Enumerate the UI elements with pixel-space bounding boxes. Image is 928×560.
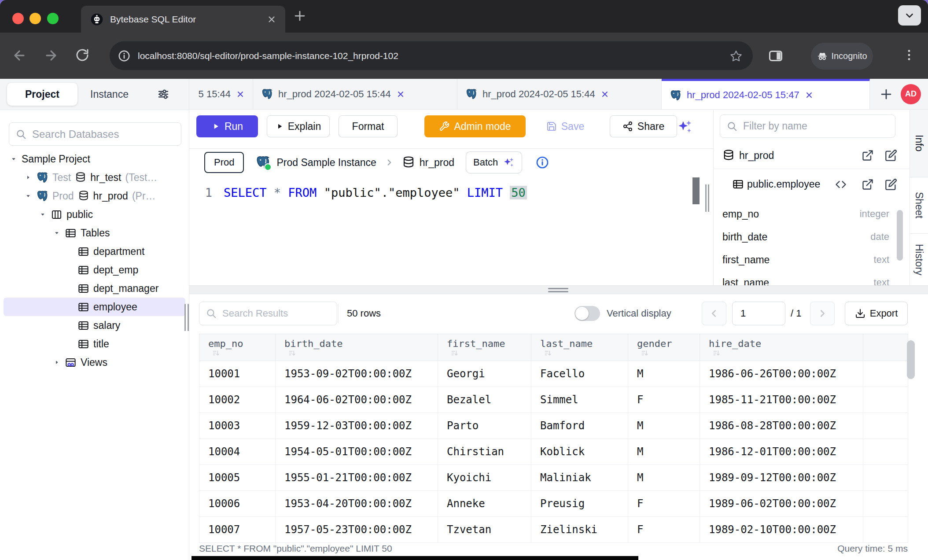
table-cell[interactable]: Bamford (531, 413, 628, 439)
table-cell[interactable]: F (628, 517, 700, 543)
table-row[interactable]: public.employee (714, 170, 910, 198)
edit-icon[interactable] (885, 178, 897, 191)
reload-icon[interactable] (75, 48, 89, 62)
filter-settings-icon[interactable] (157, 88, 170, 101)
table-cell[interactable]: 1989-06-02T00:00:00Z (700, 491, 863, 517)
close-icon[interactable] (600, 90, 609, 99)
page-number-input[interactable] (732, 302, 785, 325)
filter-by-name-input[interactable] (742, 120, 889, 133)
sort-icon[interactable] (450, 349, 459, 357)
chevron-down-icon[interactable] (10, 155, 18, 163)
table-cell[interactable]: 10001 (199, 361, 276, 387)
table-cell[interactable]: Simmel (531, 387, 628, 413)
table-cell[interactable]: M (628, 413, 700, 439)
tab-search-button[interactable] (898, 5, 921, 26)
sort-icon[interactable] (712, 349, 721, 357)
column-header-first_name[interactable]: first_name (438, 334, 531, 361)
instance-name[interactable]: Prod Sample Instance (276, 157, 376, 169)
tree-item-salary[interactable]: salary (0, 316, 189, 335)
side-tab-sheet[interactable]: Sheet (910, 177, 928, 234)
traffic-light-zoom[interactable] (47, 13, 59, 24)
editor-tab-3[interactable]: hr_prod 2024-02-05 15:44 (457, 79, 662, 109)
tab-project[interactable]: Project (7, 83, 77, 106)
database-row[interactable]: hr_prod (714, 142, 910, 169)
table-row[interactable]: 100061953-04-20T00:00:00ZAnnekePreusigF1… (199, 491, 908, 517)
chevron-down-icon[interactable] (53, 229, 61, 237)
editor-tab-2[interactable]: hr_prod 2024-02-05 15:44 (253, 79, 457, 109)
splitter-grip[interactable] (548, 288, 568, 294)
table-cell[interactable]: Preusig (531, 491, 628, 517)
browser-menu-icon[interactable] (902, 48, 916, 62)
edit-icon[interactable] (885, 149, 897, 162)
table-cell[interactable]: 10002 (199, 387, 276, 413)
table-cell[interactable]: 1954-05-01T00:00:00Z (276, 439, 438, 465)
close-icon[interactable] (805, 91, 814, 99)
site-info-icon[interactable] (118, 49, 131, 63)
chevron-down-icon[interactable] (39, 210, 47, 218)
table-row[interactable]: 100051955-01-21T00:00:00ZKyoichiMaliniak… (199, 465, 908, 491)
address-bar[interactable]: localhost:8080/sql-editor/prod-sample-in… (110, 41, 753, 70)
table-cell[interactable]: 1955-01-21T00:00:00Z (276, 465, 438, 491)
tree-item-sample-project[interactable]: Sample Project (0, 150, 189, 168)
tree-item-hr-prod[interactable]: Prod hr_prod (Pr… (0, 187, 189, 205)
code-icon[interactable] (835, 178, 847, 191)
tree-item-tables-group[interactable]: Tables (0, 224, 189, 242)
save-button[interactable]: Save (536, 115, 595, 137)
editor-scrollbar[interactable] (692, 177, 700, 204)
table-cell[interactable]: Chirstian (438, 439, 531, 465)
schema-column-row[interactable]: emp_nointeger (714, 203, 910, 225)
table-cell[interactable]: Parto (438, 413, 531, 439)
editor-tab-4-active[interactable]: hr_prod 2024-02-05 15:47 (662, 79, 870, 109)
filter-box[interactable] (720, 114, 895, 138)
table-cell[interactable]: F (628, 387, 700, 413)
table-row[interactable]: 100071957-05-23T00:00:00ZTzvetanZielinsk… (199, 517, 908, 543)
back-icon[interactable] (12, 48, 27, 63)
ai-sparkle-icon[interactable] (676, 118, 693, 135)
sidebar-resize-handle[interactable] (184, 304, 189, 331)
tree-item-department[interactable]: department (0, 242, 189, 261)
avatar[interactable]: AD (901, 84, 921, 104)
browser-tab[interactable]: Bytebase SQL Editor (81, 6, 285, 33)
add-tab-icon[interactable] (880, 88, 893, 101)
close-icon[interactable] (267, 15, 276, 24)
next-page-button[interactable] (810, 302, 835, 325)
table-cell[interactable]: 10003 (199, 413, 276, 439)
chevron-right-icon[interactable] (24, 173, 32, 181)
chevron-down-icon[interactable] (24, 192, 32, 200)
column-header-gender[interactable]: gender (628, 334, 700, 361)
explain-button[interactable]: Explain (267, 115, 330, 137)
search-databases-input[interactable] (31, 128, 175, 141)
table-cell[interactable]: Facello (531, 361, 628, 387)
tree-item-hr-test[interactable]: Test hr_test (Test… (0, 168, 189, 187)
table-cell[interactable]: Tzvetan (438, 517, 531, 543)
new-tab-icon[interactable] (293, 9, 306, 22)
column-header-hire_date[interactable]: hire_date (700, 334, 863, 361)
sort-icon[interactable] (544, 349, 552, 357)
editor-tab-1[interactable]: 5 15:44 (189, 79, 253, 109)
table-cell[interactable]: 1989-02-10T00:00:00Z (700, 517, 863, 543)
table-cell[interactable]: M (628, 465, 700, 491)
table-row[interactable]: 100031959-12-03T00:00:00ZPartoBamfordM19… (199, 413, 908, 439)
table-cell[interactable]: 1986-12-01T00:00:00Z (700, 439, 863, 465)
side-tab-info[interactable]: Info (910, 110, 928, 177)
traffic-light-minimize[interactable] (29, 13, 41, 24)
table-cell[interactable]: 10004 (199, 439, 276, 465)
results-splitter[interactable] (189, 285, 928, 294)
url-text[interactable]: localhost:8080/sql-editor/prod-sample-in… (138, 51, 730, 61)
table-cell[interactable]: Anneke (438, 491, 531, 517)
schema-column-row[interactable]: first_nametext (714, 248, 910, 271)
schema-panel-scrollbar[interactable] (897, 210, 903, 261)
admin-mode-button[interactable]: Admin mode (424, 115, 526, 137)
tree-item-views-group[interactable]: Views (0, 353, 189, 372)
table-cell[interactable]: 1964-06-02T00:00:00Z (276, 387, 438, 413)
column-header-birth_date[interactable]: birth_date (276, 334, 438, 361)
search-results-box[interactable] (199, 302, 337, 325)
panel-resize-handle[interactable] (705, 184, 710, 212)
sort-icon[interactable] (212, 349, 221, 357)
run-button[interactable]: Run (196, 115, 258, 137)
table-cell[interactable]: M (628, 439, 700, 465)
tab-instance[interactable]: Instance (90, 79, 129, 110)
traffic-light-close[interactable] (12, 13, 24, 24)
table-cell[interactable]: 1989-09-12T00:00:00Z (700, 465, 863, 491)
table-cell[interactable]: F (628, 491, 700, 517)
